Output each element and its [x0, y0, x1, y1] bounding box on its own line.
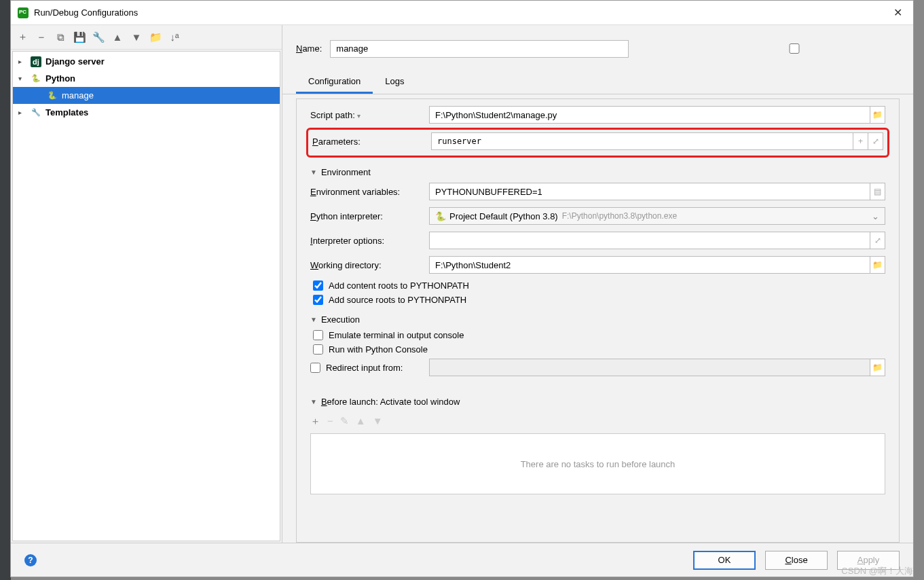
interp-opts-input[interactable] [429, 232, 870, 249]
env-vars-input[interactable] [429, 183, 870, 200]
add-content-checkbox[interactable]: Add content roots to PYTHONPATH [313, 280, 885, 291]
script-path-input[interactable] [429, 106, 870, 124]
config-content: Name: Share through VCS ? Allow parallel… [282, 25, 913, 543]
tree-label: manage [62, 90, 94, 101]
chevron-down-icon: ⌄ [872, 211, 879, 221]
tree-label: Python [45, 73, 75, 84]
remove-config-icon[interactable]: − [34, 30, 49, 45]
tree-item-manage[interactable]: 🐍 manage [13, 87, 280, 104]
share-vcs-input[interactable] [645, 43, 924, 54]
chevron-down-icon: ▼ [310, 168, 317, 176]
browse-icon[interactable]: 📁 [870, 106, 885, 124]
wrench-icon: 🔧 [31, 107, 41, 118]
tree-label: Templates [45, 107, 88, 117]
tree-item-python[interactable]: ▾ 🐍 Python [13, 70, 280, 87]
tasks-empty: There are no tasks to run before launch [310, 433, 885, 494]
emulate-terminal-input[interactable] [313, 330, 323, 340]
workdir-row: Working directory: 📁 [310, 256, 885, 274]
workdir-label: Working directory: [310, 260, 429, 270]
tree-item-django[interactable]: ▸ dj Django server [13, 53, 280, 70]
redirect-path-input [429, 359, 870, 376]
list-icon[interactable]: ▤ [870, 183, 885, 200]
add-source-checkbox[interactable]: Add source roots to PYTHONPATH [313, 295, 885, 305]
remove-task-icon[interactable]: − [327, 415, 333, 428]
interpreter-label: Python interpreter: [310, 211, 429, 221]
django-icon: dj [31, 56, 41, 67]
config-tree: ▸ dj Django server ▾ 🐍 Python 🐍 manage [12, 51, 280, 541]
chevron-down-icon: ▼ [310, 398, 317, 405]
script-path-label[interactable]: Script path: [310, 110, 429, 120]
name-row: Name: Share through VCS ? Allow parallel… [282, 25, 913, 71]
execution-header[interactable]: ▼ Execution [310, 314, 885, 325]
dialog-footer: ? OK Close Apply [11, 543, 913, 577]
redirect-input-chk[interactable] [310, 363, 320, 373]
name-input[interactable] [330, 40, 629, 58]
folder-icon[interactable]: 📁 [148, 30, 163, 45]
move-down-icon[interactable]: ▼ [373, 415, 383, 428]
interpreter-row: Python interpreter: 🐍 Project Default (P… [310, 207, 885, 225]
move-down-icon[interactable]: ▼ [129, 30, 144, 45]
before-launch-header[interactable]: ▼ Before launch: Activate tool window [310, 397, 885, 407]
pycharm-icon [18, 7, 29, 18]
tree-item-templates[interactable]: ▸ 🔧 Templates [13, 104, 280, 121]
redirect-row: Redirect input from: 📁 [310, 359, 885, 376]
titlebar: Run/Debug Configurations ✕ [11, 1, 913, 25]
python-console-input[interactable] [313, 344, 323, 355]
chevron-down-icon: ▾ [18, 75, 26, 82]
help-button[interactable]: ? [24, 554, 37, 566]
emulate-terminal-checkbox[interactable]: Emulate terminal in output console [313, 330, 885, 340]
sidebar-toolbar: ＋ − ⧉ 💾 🔧 ▲ ▼ 📁 ↓ª [11, 25, 282, 50]
close-icon[interactable]: ✕ [889, 6, 906, 19]
browse-icon[interactable]: 📁 [870, 256, 885, 274]
interpreter-select[interactable]: 🐍 Project Default (Python 3.8) F:\Python… [429, 207, 885, 225]
add-config-icon[interactable]: ＋ [15, 30, 30, 45]
chevron-down-icon: ▼ [310, 316, 317, 323]
add-content-input[interactable] [313, 280, 323, 291]
env-vars-label: Environment variables: [310, 187, 429, 197]
tab-logs[interactable]: Logs [373, 71, 416, 94]
edit-defaults-icon[interactable]: 🔧 [91, 30, 106, 45]
share-vcs-checkbox[interactable]: Share through VCS [645, 33, 924, 64]
expand-icon[interactable]: ⤢ [868, 132, 883, 150]
browse-icon[interactable]: 📁 [870, 359, 885, 376]
env-vars-row: Environment variables: ▤ [310, 183, 885, 200]
watermark: CSDN @啊！大海 [841, 565, 913, 577]
add-source-input[interactable] [313, 295, 323, 305]
name-label: Name: [296, 43, 322, 54]
save-config-icon[interactable]: 💾 [72, 30, 87, 45]
copy-config-icon[interactable]: ⧉ [53, 30, 68, 45]
expand-icon[interactable]: ⤢ [870, 232, 885, 249]
window-title: Run/Debug Configurations [34, 7, 889, 18]
execution-section: ▼ Execution [310, 314, 885, 325]
run-debug-dialog: Run/Debug Configurations ✕ ＋ − ⧉ 💾 🔧 ▲ ▼… [10, 0, 914, 577]
python-icon: 🐍 [31, 73, 41, 84]
interp-opts-row: Interpreter options: ⤢ [310, 232, 885, 249]
ok-button[interactable]: OK [693, 551, 756, 570]
script-path-row: Script path: 📁 [310, 106, 885, 124]
close-button[interactable]: Close [765, 551, 828, 570]
before-launch-section: ▼ Before launch: Activate tool window [310, 397, 885, 407]
edit-task-icon[interactable]: ✎ [340, 415, 349, 428]
parameters-input[interactable] [431, 132, 853, 150]
chevron-right-icon: ▸ [18, 58, 26, 65]
environment-section: ▼ Environment [310, 167, 885, 177]
before-launch-toolbar: ＋ − ✎ ▲ ▼ [310, 412, 885, 431]
parameters-highlight: Parameters: + ⤢ [306, 128, 889, 158]
sort-icon[interactable]: ↓ª [167, 30, 182, 45]
interp-opts-label: Interpreter options: [310, 236, 429, 246]
tabs: Configuration Logs [282, 71, 913, 94]
tree-label: Django server [45, 56, 105, 67]
redirect-checkbox[interactable]: Redirect input from: [310, 363, 429, 373]
environment-header[interactable]: ▼ Environment [310, 167, 885, 177]
move-up-icon[interactable]: ▲ [356, 415, 366, 428]
workdir-input[interactable] [429, 256, 870, 274]
tab-configuration[interactable]: Configuration [296, 71, 373, 94]
add-macro-icon[interactable]: + [853, 132, 868, 150]
parameters-label: Parameters: [312, 137, 431, 147]
python-console-checkbox[interactable]: Run with Python Console [313, 344, 885, 355]
config-form: Script path: 📁 Parameters: + ⤢ [296, 98, 900, 543]
chevron-right-icon: ▸ [18, 109, 26, 116]
add-task-icon[interactable]: ＋ [310, 415, 320, 428]
move-up-icon[interactable]: ▲ [110, 30, 125, 45]
config-sidebar: ＋ − ⧉ 💾 🔧 ▲ ▼ 📁 ↓ª ▸ dj Django server [11, 25, 282, 543]
